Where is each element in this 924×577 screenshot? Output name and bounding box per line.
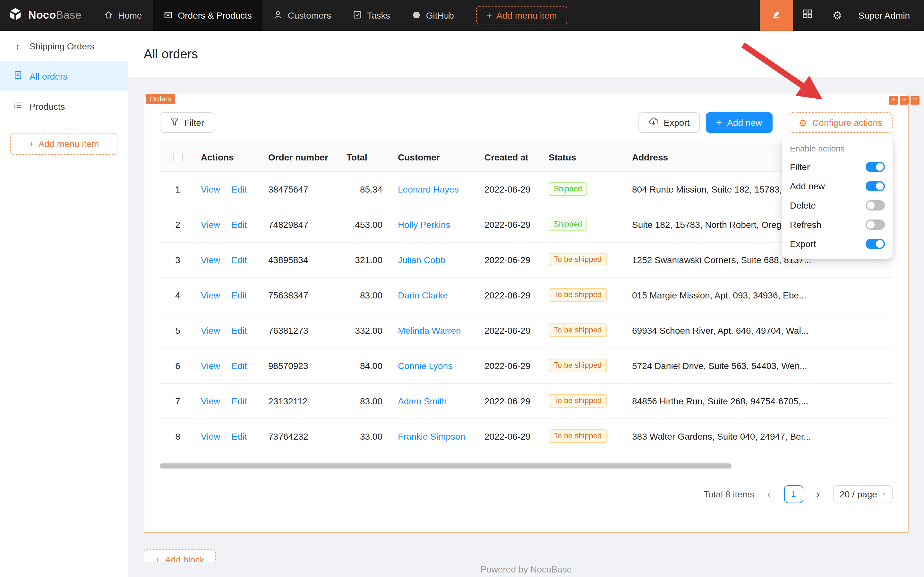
table-row: 4 View|Edit 75638347 83.00 Darin Clarke …	[160, 277, 893, 313]
page-size-value: 20 / page	[840, 489, 877, 499]
configure-actions-button[interactable]: ⚙ Configure actions	[788, 112, 893, 133]
popup-item-add-new[interactable]: Add new	[782, 177, 893, 196]
view-link[interactable]: View	[201, 184, 220, 194]
next-page-button[interactable]: ›	[809, 485, 827, 503]
plus-icon: +	[487, 10, 492, 21]
edit-link[interactable]: Edit	[231, 325, 247, 335]
edit-link[interactable]: Edit	[231, 431, 247, 441]
row-index: 8	[160, 419, 196, 454]
export-button[interactable]: Export	[639, 112, 700, 133]
popup-item-label: Export	[790, 239, 816, 249]
add-column-icon[interactable]: +	[900, 96, 909, 105]
popup-item-export[interactable]: Export	[782, 234, 893, 253]
row-index: 3	[160, 242, 196, 277]
toolbar-right: Export + Add new ⚙ Configure actions	[639, 112, 893, 133]
customer-link[interactable]: Leonard Hayes	[398, 184, 459, 194]
popup-item-refresh[interactable]: Refresh	[782, 215, 893, 234]
edit-link[interactable]: Edit	[231, 184, 247, 194]
popup-item-filter[interactable]: Filter	[782, 157, 893, 177]
status-badge: To be shipped	[549, 253, 607, 266]
sidebar-add-menu-item-button[interactable]: + Add menu item	[10, 133, 118, 155]
sidebar-item-all-orders[interactable]: All orders	[0, 61, 128, 91]
address-cell: 5724 Daniel Drive, Suite 563, 54403, Wen…	[627, 348, 893, 383]
refresh-toggle[interactable]	[866, 219, 885, 230]
block-collection-tag: Orders	[146, 94, 175, 104]
add-block-above-icon[interactable]: +	[889, 96, 898, 105]
horizontal-scrollbar-thumb[interactable]	[160, 463, 731, 468]
edit-link[interactable]: Edit	[231, 255, 247, 265]
enable-actions-popup: Enable actions Filter Add new Delete	[782, 135, 893, 259]
customer-link[interactable]: Melinda Warren	[398, 325, 461, 335]
view-link[interactable]: View	[201, 325, 220, 335]
popup-item-delete[interactable]: Delete	[782, 196, 893, 215]
view-link[interactable]: View	[201, 255, 220, 265]
previous-page-button[interactable]: ‹	[760, 485, 778, 503]
view-link[interactable]: View	[201, 396, 220, 406]
nav-item-github[interactable]: GitHub	[401, 0, 465, 31]
delete-toggle[interactable]	[866, 200, 885, 211]
sidebar-item-products[interactable]: Products	[0, 91, 128, 121]
column-header-order-number: Order number	[263, 143, 341, 171]
edit-link[interactable]: Edit	[231, 290, 247, 300]
footer: Powered by NocoBase	[128, 564, 924, 574]
view-link[interactable]: View	[201, 290, 220, 300]
nav-item-label: Tasks	[367, 10, 390, 21]
popup-item-label: Filter	[790, 162, 810, 172]
add-block-label: Add block	[165, 554, 204, 562]
nav-item-label: Orders & Products	[178, 10, 251, 21]
nav-item-tasks[interactable]: Tasks	[342, 0, 401, 31]
export-toggle[interactable]	[866, 239, 885, 249]
nav-item-home[interactable]: Home	[93, 0, 153, 31]
customer-link[interactable]: Connie Lyons	[398, 360, 452, 371]
add-block-button[interactable]: + Add block	[144, 550, 216, 562]
created-at-cell: 2022-06-29	[479, 277, 544, 313]
popup-item-label: Add new	[790, 181, 825, 191]
file-table-icon	[13, 71, 23, 82]
add-block-clip: + Add block	[144, 550, 216, 562]
row-index: 5	[160, 313, 196, 348]
edit-link[interactable]: Edit	[231, 396, 247, 406]
address-cell: 015 Margie Mission, Apt. 093, 34936, Ebe…	[627, 277, 893, 313]
total-cell: 321.00	[341, 242, 393, 277]
table-row: 6 View|Edit 98570923 84.00 Connie Lyons …	[160, 348, 893, 383]
address-cell: 69934 Schoen River, Apt. 646, 49704, Wal…	[627, 313, 893, 348]
customer-link[interactable]: Darin Clarke	[398, 290, 448, 300]
filter-button-label: Filter	[184, 118, 204, 128]
orders-block: Orders + + ≡ Filter Export	[144, 94, 909, 533]
ui-editor-button[interactable]	[760, 0, 793, 31]
edit-link[interactable]: Edit	[231, 219, 247, 229]
sidebar-item-shipping-orders[interactable]: ↑ Shipping Orders	[0, 31, 128, 61]
status-badge: To be shipped	[549, 324, 607, 337]
settings-button[interactable]: ⚙	[823, 0, 852, 31]
order-number-cell: 43895834	[263, 242, 341, 277]
add-new-button[interactable]: + Add new	[706, 112, 773, 133]
filter-button[interactable]: Filter	[160, 112, 214, 133]
filter-toggle[interactable]	[866, 162, 885, 172]
nav-item-customers[interactable]: Customers	[263, 0, 342, 31]
add-new-toggle[interactable]	[866, 181, 885, 191]
gear-icon: ⚙	[832, 9, 842, 22]
view-link[interactable]: View	[201, 360, 220, 371]
customer-link[interactable]: Julian Cobb	[398, 255, 445, 265]
customer-link[interactable]: Frankie Simpson	[398, 431, 465, 441]
block-menu-icon[interactable]: ≡	[911, 96, 919, 105]
select-all-checkbox[interactable]	[173, 153, 183, 163]
customer-link[interactable]: Adam Smith	[398, 396, 447, 406]
view-link[interactable]: View	[201, 431, 220, 441]
navbar-add-menu-item-button[interactable]: + Add menu item	[476, 6, 567, 24]
customer-link[interactable]: Holly Perkins	[398, 219, 450, 229]
cloud-download-icon	[649, 117, 659, 128]
main-area: All orders Orders + + ≡ Filter	[128, 31, 924, 577]
nav-item-orders-products[interactable]: Orders & Products	[153, 0, 262, 31]
row-index: 2	[160, 207, 196, 242]
page-size-select[interactable]: 20 / page ▾	[832, 485, 893, 503]
view-link[interactable]: View	[201, 219, 220, 229]
row-index: 4	[160, 277, 196, 313]
current-page-button[interactable]: 1	[784, 485, 803, 503]
brand-logo[interactable]: NocoBase	[0, 6, 93, 24]
total-cell: 83.00	[341, 383, 393, 419]
user-menu[interactable]: Super Admin	[852, 10, 924, 21]
edit-link[interactable]: Edit	[231, 360, 247, 371]
plugins-grid-button[interactable]	[793, 0, 823, 31]
total-cell: 332.00	[341, 313, 393, 348]
